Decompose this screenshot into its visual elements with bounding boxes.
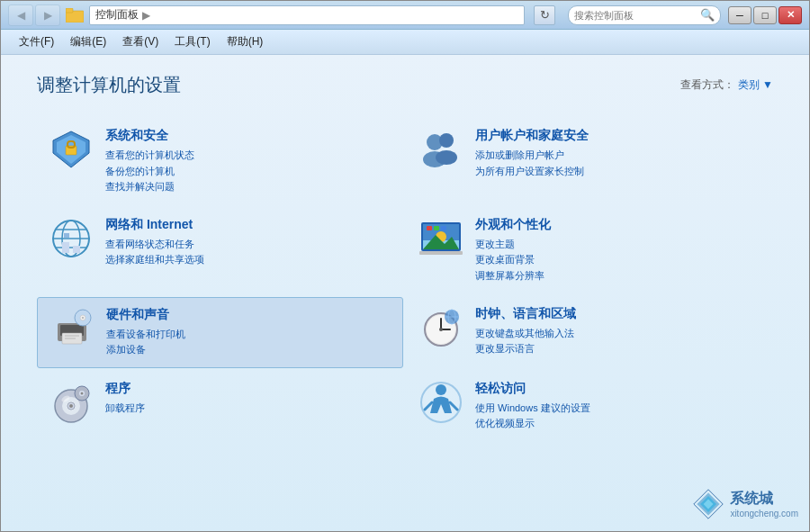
menu-bar: 文件(F) 编辑(E) 查看(V) 工具(T) 帮助(H)	[1, 30, 809, 55]
panel-network[interactable]: 网络和 Internet 查看网络状态和任务 选择家庭组和共享选项	[37, 208, 403, 293]
svg-rect-16	[73, 246, 80, 253]
address-bar[interactable]: 控制面板 ▶	[89, 5, 525, 25]
panel-system-security[interactable]: 系统和安全 查看您的计算机状态 备份您的计算机 查找并解决问题	[37, 119, 403, 204]
title-bar-controls: ─ □ ✕	[728, 6, 802, 24]
system-security-link-2[interactable]: 查找并解决问题	[105, 179, 194, 195]
appearance-link-2[interactable]: 调整屏幕分辨率	[475, 268, 551, 284]
svg-point-39	[439, 328, 443, 331]
view-mode-label: 查看方式：	[680, 77, 734, 93]
panel-appearance[interactable]: 外观和个性化 更改主题 更改桌面背景 调整屏幕分辨率	[407, 208, 773, 293]
title-bar-left: ◀ ▶ 控制面板 ▶ ↻ 🔍	[8, 5, 721, 26]
svg-rect-15	[62, 242, 69, 253]
watermark-sub-text: xitongcheng.com	[730, 509, 798, 518]
content-header: 调整计算机的设置 查看方式： 类别 ▼	[37, 73, 773, 97]
main-content: 调整计算机的设置 查看方式： 类别 ▼ 系统和安全	[1, 55, 809, 531]
svg-rect-31	[65, 338, 76, 339]
watermark-logo	[692, 488, 724, 520]
svg-rect-24	[427, 226, 432, 230]
nav-buttons: ◀ ▶	[8, 5, 60, 26]
panel-user-accounts[interactable]: 用户帐户和家庭安全 添加或删除用户帐户 为所有用户设置家长控制	[407, 119, 773, 204]
system-security-title[interactable]: 系统和安全	[105, 128, 194, 144]
svg-rect-30	[65, 335, 79, 337]
panel-clock[interactable]: 时钟、语言和区域 更改键盘或其他输入法 更改显示语言	[407, 297, 773, 368]
svg-point-46	[69, 404, 73, 408]
svg-point-9	[436, 150, 457, 165]
appearance-text: 外观和个性化 更改主题 更改桌面背景 调整屏幕分辨率	[475, 217, 551, 284]
system-security-icon	[50, 128, 93, 171]
system-security-link-0[interactable]: 查看您的计算机状态	[105, 148, 194, 164]
hardware-title[interactable]: 硬件和声音	[106, 307, 185, 323]
menu-edit[interactable]: 编辑(E)	[63, 32, 113, 52]
user-accounts-link-1[interactable]: 为所有用户设置家长控制	[475, 164, 589, 180]
address-text: 控制面板	[95, 7, 139, 23]
maximize-button[interactable]: □	[753, 6, 777, 24]
ease-access-icon	[419, 381, 463, 424]
search-icon: 🔍	[700, 8, 715, 22]
panel-hardware[interactable]: 硬件和声音 查看设备和打印机 添加设备	[37, 297, 403, 368]
panel-grid: 系统和安全 查看您的计算机状态 备份您的计算机 查找并解决问题	[37, 119, 773, 441]
appearance-title[interactable]: 外观和个性化	[475, 217, 551, 233]
hardware-icon	[50, 307, 94, 350]
back-button[interactable]: ◀	[8, 5, 33, 26]
view-mode-value[interactable]: 类别 ▼	[738, 77, 773, 93]
folder-icon	[66, 8, 84, 23]
ease-access-link-0[interactable]: 使用 Windows 建议的设置	[475, 401, 590, 417]
clock-title[interactable]: 时钟、语言和区域	[475, 306, 576, 322]
network-text: 网络和 Internet 查看网络状态和任务 选择家庭组和共享选项	[105, 217, 204, 268]
hardware-link-1[interactable]: 添加设备	[106, 342, 185, 358]
network-link-1[interactable]: 选择家庭组和共享选项	[105, 252, 204, 268]
hardware-text: 硬件和声音 查看设备和打印机 添加设备	[106, 307, 185, 358]
svg-rect-26	[441, 226, 446, 230]
programs-title[interactable]: 程序	[105, 381, 145, 397]
svg-rect-17	[64, 233, 69, 238]
appearance-link-1[interactable]: 更改桌面背景	[475, 252, 551, 268]
user-accounts-title[interactable]: 用户帐户和家庭安全	[475, 128, 589, 144]
watermark-main-text: 系统城	[730, 490, 798, 509]
clock-icon	[419, 306, 463, 349]
watermark: 系统城 xitongcheng.com	[692, 488, 798, 520]
forward-button[interactable]: ▶	[35, 5, 60, 26]
ease-access-title[interactable]: 轻松访问	[475, 381, 590, 397]
search-bar[interactable]: 🔍	[568, 5, 721, 25]
menu-file[interactable]: 文件(F)	[12, 32, 61, 52]
svg-line-52	[425, 402, 432, 410]
menu-tools[interactable]: 工具(T)	[167, 32, 217, 52]
programs-text: 程序 卸载程序	[105, 381, 145, 417]
programs-link-0[interactable]: 卸载程序	[105, 401, 145, 417]
menu-view[interactable]: 查看(V)	[115, 32, 166, 52]
user-accounts-icon	[419, 128, 463, 171]
appearance-icon	[419, 217, 463, 260]
panel-ease-access[interactable]: 轻松访问 使用 Windows 建议的设置 优化视频显示	[407, 372, 773, 441]
svg-rect-1	[66, 8, 73, 13]
panel-programs[interactable]: 程序 卸载程序	[37, 372, 403, 441]
system-security-text: 系统和安全 查看您的计算机状态 备份您的计算机 查找并解决问题	[105, 128, 194, 195]
menu-help[interactable]: 帮助(H)	[220, 32, 271, 52]
user-accounts-link-0[interactable]: 添加或删除用户帐户	[475, 148, 589, 164]
title-bar: ◀ ▶ 控制面板 ▶ ↻ 🔍 ─ □ ✕	[1, 1, 809, 30]
refresh-button[interactable]: ↻	[534, 5, 555, 25]
svg-rect-23	[419, 251, 463, 255]
clock-link-1[interactable]: 更改显示语言	[475, 341, 576, 357]
clock-link-0[interactable]: 更改键盘或其他输入法	[475, 326, 576, 342]
ease-access-link-1[interactable]: 优化视频显示	[475, 416, 590, 432]
network-title[interactable]: 网络和 Internet	[105, 217, 204, 233]
hardware-link-0[interactable]: 查看设备和打印机	[106, 327, 185, 343]
svg-point-51	[436, 384, 446, 395]
network-link-0[interactable]: 查看网络状态和任务	[105, 237, 204, 253]
watermark-text-block: 系统城 xitongcheng.com	[730, 490, 798, 518]
ease-access-text: 轻松访问 使用 Windows 建议的设置 优化视频显示	[475, 381, 590, 432]
svg-point-34	[82, 317, 84, 319]
system-security-link-1[interactable]: 备份您的计算机	[105, 164, 194, 180]
minimize-button[interactable]: ─	[728, 6, 752, 24]
programs-icon	[50, 381, 93, 424]
user-accounts-text: 用户帐户和家庭安全 添加或删除用户帐户 为所有用户设置家长控制	[475, 128, 589, 179]
appearance-link-0[interactable]: 更改主题	[475, 237, 551, 253]
svg-rect-25	[434, 226, 439, 230]
close-button[interactable]: ✕	[778, 6, 802, 24]
main-window: ◀ ▶ 控制面板 ▶ ↻ 🔍 ─ □ ✕ 文件(F)	[0, 0, 810, 532]
search-input[interactable]	[574, 10, 700, 21]
view-mode: 查看方式： 类别 ▼	[680, 77, 773, 93]
clock-text: 时钟、语言和区域 更改键盘或其他输入法 更改显示语言	[475, 306, 576, 357]
page-title: 调整计算机的设置	[37, 73, 181, 97]
svg-point-50	[81, 392, 84, 394]
